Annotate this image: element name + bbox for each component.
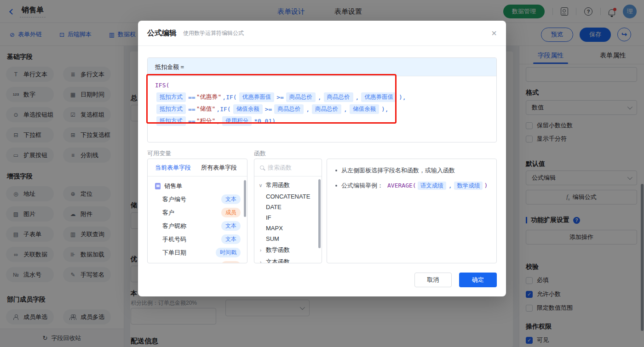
tab-all-form-fields[interactable]: 所有表单字段 <box>201 164 237 172</box>
function-group[interactable]: ›文本函数 <box>254 256 322 263</box>
form-doc-icon <box>155 183 161 189</box>
search-icon <box>260 165 264 170</box>
variable-field-row[interactable]: 客户编号文本 <box>148 193 247 206</box>
formula-token-field[interactable]: 数学成绩 <box>454 182 483 190</box>
field-type-badge: 文本 <box>221 194 241 204</box>
formula-token-op: == <box>188 106 196 113</box>
function-item[interactable]: IF <box>254 212 322 223</box>
dialog-title: 公式编辑 <box>147 28 177 38</box>
formula-token-field[interactable]: 商品总价 <box>312 104 341 114</box>
formula-token-op: , <box>344 106 347 113</box>
formula-token-kw: AVERAGE( <box>387 182 416 189</box>
formula-token-op: , <box>306 106 310 113</box>
formula-input-area[interactable]: IFS(抵扣方式=="优惠券",IF(优惠券面值>=商品总价,商品总价,优惠券面… <box>148 76 496 127</box>
chevron-right-icon: › <box>259 247 263 253</box>
formula-target-bar: 抵扣金额 = <box>148 58 496 76</box>
function-search-input[interactable] <box>268 164 311 171</box>
formula-token-kw: IFS( <box>155 82 169 89</box>
formula-line: 抵扣方式=="积分",使用积分*0.01) <box>148 115 496 127</box>
function-item[interactable]: CONCATENATE <box>254 191 322 202</box>
variable-field-row[interactable]: 客户昵称文本 <box>148 219 247 233</box>
formula-token-op: , <box>448 182 452 189</box>
chevron-right-icon: › <box>259 259 263 263</box>
variable-field-row[interactable]: 下单日期时间戳 <box>148 246 247 259</box>
formula-token-field[interactable]: 储值余额 <box>350 104 379 114</box>
tab-current-form-fields[interactable]: 当前表单字段 <box>155 164 191 172</box>
formula-token-op: == <box>188 118 196 125</box>
chevron-down-icon: ∨ <box>259 182 263 188</box>
formula-token-op: ), <box>399 94 406 101</box>
formula-token-op: *0.01) <box>254 118 276 125</box>
formula-token-field[interactable]: 商品总价 <box>286 92 316 102</box>
dialog-header: 公式编辑 使用数学运算符编辑公式 × <box>138 21 506 46</box>
confirm-button[interactable]: 确定 <box>459 273 497 287</box>
function-item[interactable]: DATE <box>254 202 322 212</box>
functions-label: 函数 <box>254 149 266 158</box>
variables-scrollbar[interactable] <box>244 180 246 217</box>
tip-line: 从左侧面板选择字段名和函数，或输入函数 <box>335 166 488 175</box>
function-search-box <box>254 159 322 176</box>
formula-token-str: "储值" <box>196 105 216 113</box>
field-type-badge: 文本 <box>221 234 241 244</box>
formula-token-op: , <box>318 94 322 101</box>
formula-token-str: "优惠券" <box>196 93 222 101</box>
field-type-badge: 文本 <box>221 221 241 231</box>
formula-line: 抵扣方式=="储值",IF(储值余额>=商品总价,商品总价,储值余额), <box>148 103 496 115</box>
tip-example-line: 公式编辑举例：AVERAGE(语文成绩,数学成绩) <box>335 182 488 190</box>
field-type-badge: 时间戳 <box>216 248 241 257</box>
formula-token-field[interactable]: 优惠券面值 <box>361 92 397 102</box>
bullet-icon <box>335 170 337 171</box>
field-type-badge: 成员 <box>221 261 241 263</box>
formula-editor: 抵扣金额 = IFS(抵扣方式=="优惠券",IF(优惠券面值>=商品总价,商品… <box>147 57 497 142</box>
formula-token-op: , <box>216 118 220 125</box>
formula-token-kw: ) <box>484 182 488 189</box>
formula-token-field[interactable]: 储值余额 <box>233 104 263 114</box>
formula-token-op: ,IF( <box>222 94 236 101</box>
formula-token-field[interactable]: 使用积分 <box>222 116 252 126</box>
formula-help-panel: 从左侧面板选择字段名和函数，或输入函数 公式编辑举例：AVERAGE(语文成绩,… <box>327 159 497 263</box>
variables-panel: 当前表单字段 所有表单字段 销售单客户编号文本客户成员客户昵称文本手机号码文本下… <box>147 159 247 263</box>
function-item[interactable]: MAPX <box>254 223 322 233</box>
bullet-icon <box>335 185 337 187</box>
cancel-button[interactable]: 取消 <box>414 273 452 287</box>
formula-token-op: == <box>188 94 196 101</box>
formula-token-op: >= <box>276 94 284 101</box>
variables-label: 可用变量 <box>147 149 171 158</box>
formula-line: IFS( <box>148 79 496 91</box>
formula-token-field[interactable]: 抵扣方式 <box>156 104 186 114</box>
function-item[interactable]: SUM <box>254 233 322 244</box>
function-group[interactable]: ∨常用函数 <box>254 179 322 191</box>
dialog-subtitle: 使用数学运算符编辑公式 <box>183 29 244 37</box>
formula-token-str: "积分" <box>196 117 216 125</box>
variable-field-row[interactable]: 制单人成员 <box>148 259 247 263</box>
formula-token-field[interactable]: 语文成绩 <box>418 182 446 190</box>
formula-token-op: ), <box>381 106 389 113</box>
formula-token-field[interactable]: 优惠券面值 <box>239 92 275 102</box>
functions-scrollbar[interactable] <box>318 179 321 248</box>
formula-token-field[interactable]: 商品总价 <box>324 92 353 102</box>
formula-token-field[interactable]: 商品总价 <box>274 104 304 114</box>
formula-token-op: ,IF( <box>216 106 230 113</box>
close-icon[interactable]: × <box>491 28 497 38</box>
formula-edit-dialog: 公式编辑 使用数学运算符编辑公式 × 抵扣金额 = IFS(抵扣方式=="优惠券… <box>138 21 506 296</box>
function-group[interactable]: ›数学函数 <box>254 244 322 256</box>
formula-token-op: , <box>356 94 359 101</box>
variables-tabs: 当前表单字段 所有表单字段 <box>148 159 247 176</box>
formula-token-field[interactable]: 抵扣方式 <box>156 92 186 102</box>
field-type-badge: 成员 <box>221 208 241 217</box>
formula-token-op: >= <box>265 106 272 113</box>
formula-line: 抵扣方式=="优惠券",IF(优惠券面值>=商品总价,商品总价,优惠券面值), <box>148 91 496 103</box>
variable-field-row[interactable]: 客户成员 <box>148 206 247 219</box>
formula-token-field[interactable]: 抵扣方式 <box>156 116 186 126</box>
functions-panel: ∨常用函数CONCATENATEDATEIFMAPXSUM›数学函数›文本函数 <box>254 159 322 263</box>
variables-tree-root[interactable]: 销售单 <box>148 180 247 193</box>
variable-field-row[interactable]: 手机号码文本 <box>148 233 247 246</box>
